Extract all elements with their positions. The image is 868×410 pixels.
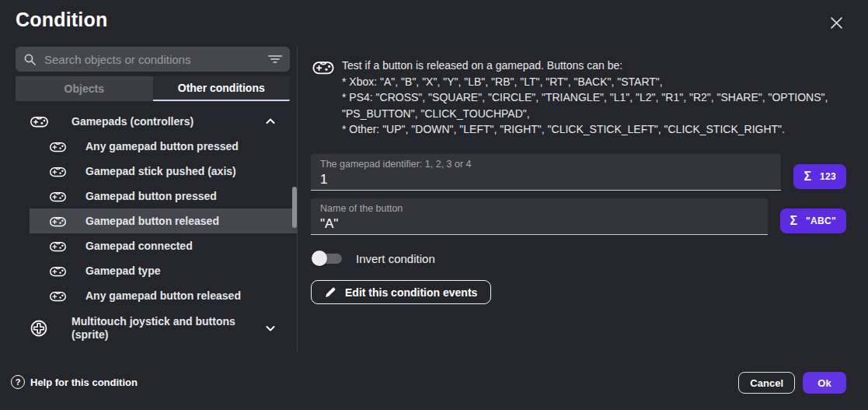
- list-item[interactable]: Gamepad stick pushed (axis): [30, 159, 297, 184]
- invert-condition-row: Invert condition: [312, 250, 435, 267]
- edit-condition-events-button[interactable]: Edit this condition events: [311, 280, 491, 304]
- gamepad-icon: [48, 216, 67, 227]
- list-item-label: Gamepad button released: [85, 215, 219, 227]
- sigma-button-label: 123: [820, 171, 836, 182]
- chevron-up-icon: [264, 115, 277, 128]
- list-group-label: Multitouch joystick and buttons (sprite): [71, 315, 241, 342]
- field-value[interactable]: "A": [320, 216, 758, 232]
- list-group-multitouch[interactable]: Multitouch joystick and buttons (sprite): [30, 308, 297, 349]
- edit-button-label: Edit this condition events: [345, 286, 477, 299]
- close-button[interactable]: [827, 13, 845, 32]
- list-item[interactable]: Gamepad connected: [30, 233, 297, 258]
- expression-editor-button-number[interactable]: Σ 123: [793, 164, 846, 189]
- list-item[interactable]: Gamepad button pressed: [30, 184, 297, 209]
- gamepad-identifier-row: The gamepad identifier: 1, 2, 3 or 4 1 Σ…: [311, 154, 846, 191]
- conditions-list: Gamepads (controllers) Any gamepad butto…: [30, 109, 297, 349]
- search-icon: [23, 53, 37, 66]
- dpad-icon: [30, 319, 48, 338]
- field-label: Name of the button: [320, 203, 758, 214]
- gamepad-icon: [48, 141, 67, 152]
- help-label: Help for this condition: [30, 377, 138, 388]
- list-item-label: Any gamepad button pressed: [85, 140, 239, 152]
- button-name-field[interactable]: Name of the button "A": [311, 198, 768, 235]
- chevron-down-icon: [264, 322, 277, 335]
- list-item-selected[interactable]: Gamepad button released: [30, 209, 297, 233]
- list-item-label: Gamepad button pressed: [85, 190, 217, 202]
- close-icon: [831, 17, 842, 29]
- description-line: * Other: "UP", "DOWN", "LEFT", "RIGHT", …: [342, 121, 828, 138]
- condition-description: Test if a button is released on a gamepa…: [312, 58, 856, 138]
- tab-other-conditions[interactable]: Other conditions: [153, 76, 291, 101]
- field-value[interactable]: 1: [320, 172, 772, 187]
- list-group-label: Gamepads (controllers): [71, 115, 193, 128]
- gamepad-identifier-field[interactable]: The gamepad identifier: 1, 2, 3 or 4 1: [311, 154, 781, 191]
- help-link[interactable]: ? Help for this condition: [11, 375, 138, 389]
- tabbar: Objects Other conditions: [16, 76, 290, 101]
- page-title: Condition: [16, 9, 107, 31]
- ok-button[interactable]: Ok: [803, 372, 846, 394]
- pencil-icon: [325, 286, 336, 298]
- button-name-row: Name of the button "A" Σ "ABC": [311, 198, 846, 235]
- expression-editor-button-string[interactable]: Σ "ABC": [780, 209, 847, 233]
- list-item-label: Gamepad stick pushed (axis): [85, 165, 236, 177]
- search-input[interactable]: [44, 53, 268, 66]
- invert-condition-label: Invert condition: [356, 252, 435, 265]
- sigma-button-label: "ABC": [806, 216, 836, 226]
- filter-icon[interactable]: [268, 54, 282, 65]
- panel-divider: [297, 47, 298, 352]
- sigma-icon: Σ: [804, 170, 811, 184]
- list-item[interactable]: Any gamepad button pressed: [30, 134, 297, 159]
- gamepad-icon: [48, 191, 67, 202]
- search-box[interactable]: [16, 47, 290, 72]
- footer-actions: Cancel Ok: [738, 372, 846, 394]
- gamepad-icon: [312, 58, 342, 138]
- description-line: * Xbox: "A", "B", "X", "Y", "LB", "RB", …: [342, 74, 828, 90]
- list-item-label: Any gamepad button released: [85, 289, 241, 302]
- field-label: The gamepad identifier: 1, 2, 3 or 4: [320, 159, 772, 170]
- help-icon: ?: [11, 375, 25, 389]
- description-text: Test if a button is released on a gamepa…: [342, 58, 828, 138]
- gamepad-icon: [48, 166, 67, 177]
- invert-condition-toggle[interactable]: [312, 251, 343, 266]
- gamepad-icon: [48, 240, 67, 252]
- sigma-icon: Σ: [790, 214, 798, 228]
- tab-objects[interactable]: Objects: [16, 76, 153, 101]
- list-group-gamepads[interactable]: Gamepads (controllers): [30, 109, 297, 134]
- cancel-button[interactable]: Cancel: [738, 372, 795, 394]
- description-line: Test if a button is released on a gamepa…: [342, 58, 828, 74]
- gamepad-icon: [48, 265, 67, 277]
- description-line: * PS4: "CROSS", "SQUARE", "CIRCLE", "TRI…: [342, 89, 828, 106]
- condition-dialog: Condition Objects Other conditions Gamep…: [0, 0, 868, 410]
- gamepad-icon: [48, 290, 67, 302]
- list-item[interactable]: Gamepad type: [30, 258, 297, 283]
- list-item-label: Gamepad type: [85, 265, 160, 277]
- gamepad-icon: [30, 115, 48, 128]
- list-item-label: Gamepad connected: [85, 240, 193, 252]
- description-line: "PS_BUTTON", "CLICK_TOUCHPAD",: [342, 106, 828, 122]
- list-item[interactable]: Any gamepad button released: [30, 283, 297, 308]
- toggle-knob: [312, 251, 327, 266]
